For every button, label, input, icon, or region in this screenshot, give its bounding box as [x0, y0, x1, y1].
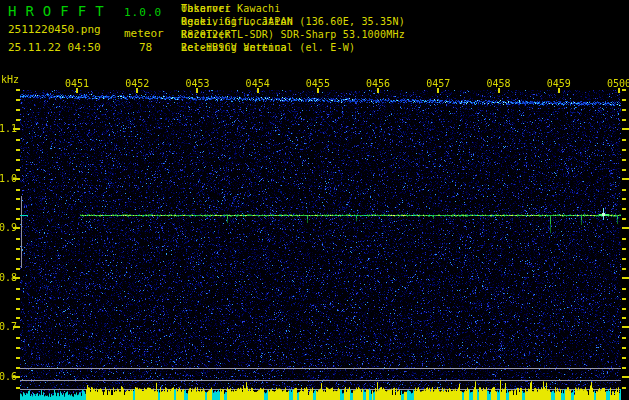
y-tick-minor — [16, 208, 20, 210]
y-tick-minor — [16, 337, 20, 339]
y-tick-minor — [16, 238, 20, 240]
y-tick-minor — [622, 357, 626, 359]
y-tick-minor — [16, 258, 20, 260]
y-tick-major — [13, 178, 20, 180]
y-tick-major — [622, 376, 629, 378]
x-tick — [437, 88, 439, 93]
y-tick-minor — [622, 317, 626, 319]
y-axis-unit-label: kHz — [1, 74, 19, 85]
x-tick — [377, 88, 379, 93]
axis-layer: kHz 045104520453045404550456045704580459… — [0, 0, 629, 400]
y-tick-minor — [622, 159, 626, 161]
y-tick-minor — [622, 109, 626, 111]
y-tick-minor — [16, 198, 20, 200]
y-tick-minor — [16, 189, 20, 191]
y-tick-minor — [16, 317, 20, 319]
y-tick-major — [622, 277, 629, 279]
y-tick-minor — [622, 347, 626, 349]
x-tick — [76, 88, 78, 93]
y-tick-minor — [16, 387, 20, 389]
y-tick-minor — [622, 248, 626, 250]
y-tick-minor — [16, 248, 20, 250]
x-tick — [136, 88, 138, 93]
y-tick-minor — [16, 109, 20, 111]
y-tick-major — [622, 128, 629, 130]
y-tick-minor — [16, 308, 20, 310]
y-tick-minor — [16, 288, 20, 290]
y-tick-minor — [622, 387, 626, 389]
y-tick-minor — [16, 159, 20, 161]
y-tick-major — [13, 227, 20, 229]
x-tick — [317, 88, 319, 93]
y-tick-minor — [622, 298, 626, 300]
x-tick — [558, 88, 560, 93]
y-tick-minor — [622, 139, 626, 141]
y-tick-minor — [622, 238, 626, 240]
y-tick-minor — [16, 347, 20, 349]
y-tick-major — [622, 326, 629, 328]
y-tick-major — [622, 227, 629, 229]
y-tick-minor — [622, 198, 626, 200]
y-tick-minor — [622, 258, 626, 260]
y-tick-minor — [16, 298, 20, 300]
y-tick-minor — [622, 208, 626, 210]
y-tick-minor — [16, 218, 20, 220]
y-tick-major — [13, 326, 20, 328]
y-tick-minor — [16, 169, 20, 171]
y-tick-major — [622, 178, 629, 180]
y-tick-minor — [16, 357, 20, 359]
y-tick-minor — [16, 99, 20, 101]
y-tick-minor — [16, 367, 20, 369]
y-tick-minor — [622, 337, 626, 339]
y-tick-minor — [622, 218, 626, 220]
y-tick-major — [13, 376, 20, 378]
y-tick-minor — [16, 149, 20, 151]
y-tick-major — [13, 277, 20, 279]
y-tick-minor — [16, 89, 20, 91]
y-tick-minor — [16, 268, 20, 270]
y-tick-minor — [622, 169, 626, 171]
y-tick-minor — [16, 139, 20, 141]
x-tick — [257, 88, 259, 93]
hrofft-window: HROFFT 1.0.0 2511220450.png meteor 25.11… — [0, 0, 629, 400]
y-tick-minor — [622, 119, 626, 121]
y-tick-minor — [622, 288, 626, 290]
y-tick-minor — [622, 149, 626, 151]
x-tick — [196, 88, 198, 93]
y-tick-minor — [622, 308, 626, 310]
x-tick — [498, 88, 500, 93]
y-tick-minor — [622, 189, 626, 191]
x-tick — [618, 88, 620, 93]
y-tick-minor — [622, 99, 626, 101]
y-tick-major — [13, 128, 20, 130]
y-tick-minor — [622, 89, 626, 91]
y-tick-minor — [16, 119, 20, 121]
y-tick-minor — [622, 367, 626, 369]
y-tick-minor — [622, 268, 626, 270]
